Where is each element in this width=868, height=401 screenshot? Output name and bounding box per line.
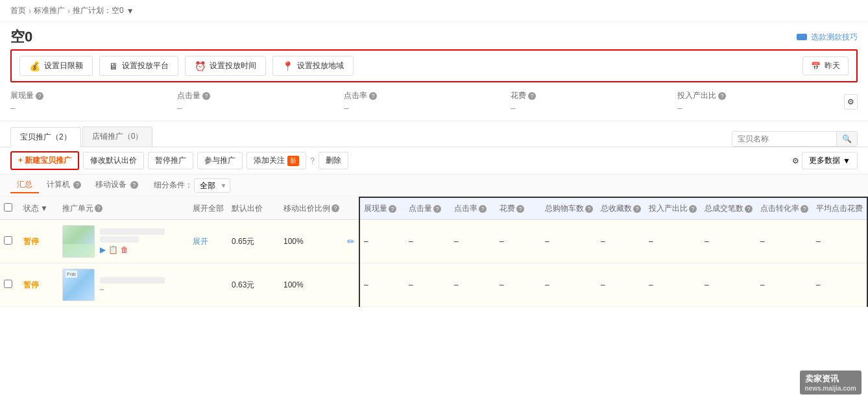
spend-help-icon[interactable]: ?: [528, 92, 536, 100]
action-toolbar: 💰 设置日限额 🖥 设置投放平台 ⏰ 设置投放时间 📍 设置投放地域 📅 昨天: [10, 49, 858, 82]
btn-follow[interactable]: 添加关注 新: [247, 152, 306, 169]
th-ratio: 移动出价比例 ?: [280, 197, 343, 220]
filter-tab-summary[interactable]: 汇总: [10, 177, 39, 193]
delete-icon-1[interactable]: 🗑: [121, 245, 128, 254]
th-ctr: 点击率 ?: [450, 197, 496, 220]
screen-icon: 🖥: [109, 61, 118, 71]
page-title: 空0: [10, 27, 32, 47]
row2-orders: –: [701, 263, 756, 307]
breadcrumb-standard[interactable]: 标准推广: [34, 5, 65, 16]
product-img-2: Fnb: [62, 269, 95, 301]
breadcrumb-home[interactable]: 首页: [10, 5, 26, 16]
row1-favorite: –: [597, 220, 645, 263]
ctr-help[interactable]: ?: [479, 205, 487, 213]
search-input[interactable]: [732, 132, 836, 146]
ctr-help-icon[interactable]: ?: [369, 92, 377, 100]
breadcrumb-dropdown-icon[interactable]: ▼: [127, 6, 134, 16]
edit-icon-1[interactable]: ✏: [347, 236, 355, 247]
expand-link-1[interactable]: 展开: [193, 237, 208, 246]
imp-help[interactable]: ?: [389, 205, 396, 213]
filter-tab-mobile: 移动设备 ?: [89, 177, 144, 193]
status-sort-icon[interactable]: ▼: [40, 204, 48, 213]
th-status: 状态 ▼: [19, 197, 58, 220]
th-expand: 展开全部: [189, 197, 228, 220]
th-orders: 总成交笔数 ?: [701, 197, 756, 220]
row2-ctr: –: [450, 263, 496, 307]
clock-icon: ⏰: [195, 61, 206, 71]
th-impressions: 展现量 ?: [359, 197, 405, 220]
table-row: 暂停 Fnb – 0.: [0, 263, 867, 307]
gear-icon: ⚙: [792, 156, 799, 165]
th-cvr: 点击转化率 ?: [756, 197, 812, 220]
select-all-checkbox[interactable]: [4, 203, 12, 212]
row2-clicks: –: [405, 263, 450, 307]
row2-status: 暂停: [19, 263, 58, 307]
row1-expand: 展开: [189, 220, 228, 263]
impressions-help-icon[interactable]: ?: [36, 92, 43, 100]
filter-select[interactable]: 全部: [194, 178, 230, 193]
breadcrumb-plan: 推广计划：空0: [73, 5, 124, 16]
stat-spend: 花费 ? –: [511, 88, 677, 115]
stat-impressions: 展现量 ? –: [10, 88, 177, 115]
clicks-help[interactable]: ?: [433, 205, 441, 213]
tab-store[interactable]: 店铺推广（0）: [82, 127, 153, 147]
btn-time[interactable]: ⏰ 设置投放时间: [185, 56, 266, 76]
filter-tab-computer: 计算机 ?: [40, 177, 88, 193]
copy-icon[interactable]: 📋: [108, 245, 118, 254]
chevron-down-icon: ▼: [843, 156, 850, 165]
row1-unit: ▶ 📋 🗑: [58, 220, 189, 263]
filter-select-wrap: 全部 ▼: [194, 178, 230, 193]
ratio-help-icon[interactable]: ?: [332, 204, 339, 212]
row1-ratio: 100%: [280, 220, 343, 263]
product-info-1: ▶ 📋 🗑: [100, 228, 185, 254]
sub-toolbar-right: ⚙ 更多数据 ▼: [792, 152, 858, 169]
orders-help[interactable]: ?: [745, 205, 753, 213]
btn-modify-price[interactable]: 修改默认出价: [83, 152, 144, 169]
settings-btn[interactable]: ⚙: [844, 94, 858, 110]
mobile-help-icon[interactable]: ?: [130, 181, 138, 189]
tab-product[interactable]: 宝贝推广（2）: [10, 127, 81, 147]
th-avg-cost: 平均点击花费: [812, 197, 867, 220]
fav-help[interactable]: ?: [633, 205, 641, 213]
spend-help[interactable]: ?: [516, 205, 524, 213]
follow-help-icon[interactable]: ?: [310, 156, 315, 165]
new-badge: 新: [287, 156, 299, 166]
row2-cart: –: [541, 263, 597, 307]
cart-help[interactable]: ?: [585, 205, 593, 213]
cvr-help[interactable]: ?: [801, 205, 808, 213]
location-icon: 📍: [282, 61, 293, 71]
btn-daily-budget[interactable]: 💰 设置日限额: [19, 56, 93, 76]
btn-region[interactable]: 📍 设置投放地域: [272, 56, 354, 76]
row2-ratio: 100%: [280, 263, 343, 307]
table-row: 暂停 ▶ 📋: [0, 220, 867, 263]
roi-help-icon[interactable]: ?: [718, 92, 726, 100]
search-button[interactable]: 🔍: [836, 132, 857, 146]
btn-new-product[interactable]: + 新建宝贝推广: [10, 151, 79, 170]
btn-join[interactable]: 参与推广: [197, 152, 243, 169]
breadcrumb: 首页 › 标准推广 › 推广计划：空0 ▼: [0, 0, 868, 22]
row1-roi: –: [645, 220, 701, 263]
btn-pause[interactable]: 暂停推广: [148, 152, 193, 169]
clicks-help-icon[interactable]: ?: [202, 92, 210, 100]
row2-impressions: –: [359, 263, 405, 307]
roi-help-t[interactable]: ?: [689, 205, 697, 213]
date-selector[interactable]: 📅 昨天: [802, 56, 849, 75]
unit-help-icon[interactable]: ?: [95, 204, 102, 212]
row2-roi: –: [645, 263, 701, 307]
row1-orders: –: [701, 220, 756, 263]
play-icon[interactable]: ▶: [100, 245, 106, 254]
th-check: [0, 197, 19, 220]
th-cart: 总购物车数 ?: [541, 197, 597, 220]
computer-help-icon[interactable]: ?: [73, 181, 81, 189]
tip-link[interactable]: 选款测款技巧: [797, 32, 858, 43]
row2-checkbox[interactable]: [4, 280, 12, 288]
row1-checkbox[interactable]: [4, 236, 12, 245]
money-icon: 💰: [29, 61, 40, 71]
product-actions-1: ▶ 📋 🗑: [100, 245, 185, 254]
row2-cvr: –: [756, 263, 812, 307]
row1-clicks: –: [405, 220, 450, 263]
btn-more-data[interactable]: 更多数据 ▼: [802, 152, 858, 169]
th-unit: 推广单元 ?: [58, 197, 189, 220]
btn-delete[interactable]: 删除: [319, 152, 348, 169]
btn-platform[interactable]: 🖥 设置投放平台: [99, 56, 178, 76]
